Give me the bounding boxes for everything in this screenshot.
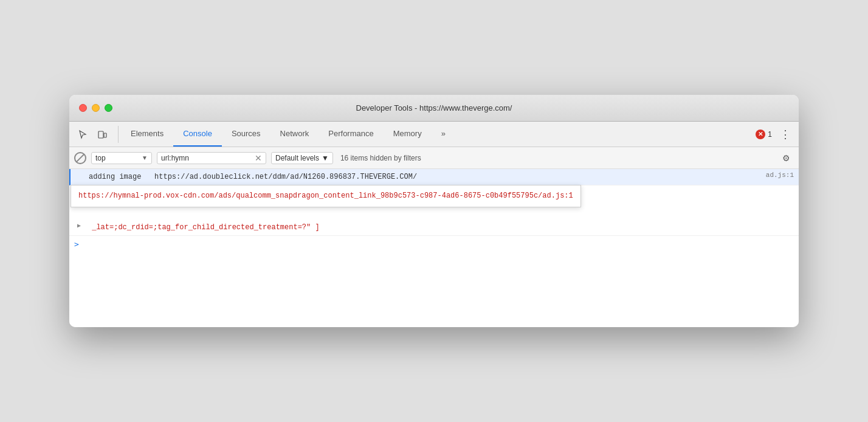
clear-filter-button[interactable]: ✕ bbox=[255, 154, 262, 162]
tab-more[interactable]: » bbox=[432, 122, 455, 147]
filter-input[interactable] bbox=[161, 154, 252, 162]
toolbar-right: ✕ 1 ⋮ bbox=[756, 126, 794, 143]
console-content: adding image https://ad.doubleclick.net/… bbox=[69, 169, 799, 327]
context-label: top bbox=[95, 154, 106, 162]
prompt-chevron: > bbox=[74, 240, 79, 249]
hidden-items-count: 16 items hidden by filters bbox=[340, 154, 421, 162]
row1-text: adding image https://ad.doubleclick.net/… bbox=[89, 171, 761, 182]
settings-button[interactable]: ⚙ bbox=[778, 150, 794, 166]
error-count: 1 bbox=[768, 130, 772, 139]
cursor-icon[interactable] bbox=[74, 126, 91, 143]
row2-text: _lat=;dc_rdid=;tag_for_child_directed_tr… bbox=[88, 222, 794, 233]
context-arrow: ▼ bbox=[142, 154, 148, 161]
error-badge[interactable]: ✕ 1 bbox=[756, 130, 772, 139]
more-menu-button[interactable]: ⋮ bbox=[777, 126, 794, 143]
row2-expand-icon[interactable]: ▶ bbox=[74, 222, 84, 229]
minimize-button[interactable] bbox=[92, 104, 100, 112]
tab-console[interactable]: Console bbox=[173, 122, 222, 147]
devtools-toolbar: Elements Console Sources Network Perform… bbox=[69, 122, 799, 147]
devtools-window: Developer Tools - https://www.theverge.c… bbox=[69, 95, 799, 327]
console-row-1: adding image https://ad.doubleclick.net/… bbox=[69, 169, 799, 185]
clear-console-button[interactable] bbox=[74, 152, 86, 164]
tab-network[interactable]: Network bbox=[270, 122, 319, 147]
error-icon: ✕ bbox=[756, 130, 765, 139]
row1-source[interactable]: ad.js:1 bbox=[766, 171, 794, 179]
console-toolbar: top ▼ ✕ Default levels ▼ 16 items hidden… bbox=[69, 147, 799, 169]
filter-input-wrap: ✕ bbox=[157, 152, 266, 164]
log-levels-button[interactable]: Default levels ▼ bbox=[271, 152, 333, 164]
traffic-lights bbox=[79, 104, 112, 112]
titlebar: Developer Tools - https://www.theverge.c… bbox=[69, 95, 799, 122]
close-button[interactable] bbox=[79, 104, 87, 112]
tab-elements[interactable]: Elements bbox=[121, 122, 173, 147]
maximize-button[interactable] bbox=[105, 104, 112, 112]
tab-performance[interactable]: Performance bbox=[319, 122, 383, 147]
gear-icon: ⚙ bbox=[782, 153, 790, 163]
levels-label: Default levels bbox=[275, 154, 319, 162]
context-selector[interactable]: top ▼ bbox=[91, 152, 152, 164]
tabs-bar: Elements Console Sources Network Perform… bbox=[121, 122, 756, 147]
toolbar-icons bbox=[74, 126, 119, 143]
console-prompt-row: > bbox=[69, 236, 799, 252]
window-title: Developer Tools - https://www.theverge.c… bbox=[356, 103, 512, 112]
levels-arrow: ▼ bbox=[322, 154, 329, 162]
svg-rect-0 bbox=[98, 131, 103, 138]
device-toolbar-icon[interactable] bbox=[94, 126, 111, 143]
console-tooltip: https://hymnal-prod.vox-cdn.com/ads/qual… bbox=[71, 185, 581, 207]
svg-rect-1 bbox=[104, 133, 106, 137]
tab-memory[interactable]: Memory bbox=[384, 122, 432, 147]
tab-sources[interactable]: Sources bbox=[222, 122, 270, 147]
console-input[interactable] bbox=[81, 240, 794, 249]
